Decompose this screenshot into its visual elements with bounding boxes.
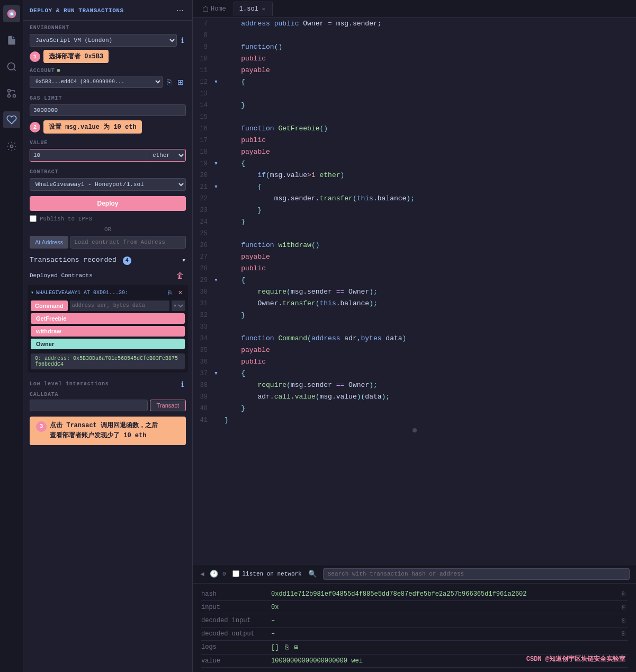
search-tx-input[interactable] [323, 568, 630, 580]
git-icon[interactable] [3, 85, 20, 102]
code-line-39: 39 adr.call.value(msg.value)(data); [193, 391, 636, 403]
tab-sol-close[interactable]: ✕ [261, 5, 267, 13]
account-select[interactable]: 0x5B3...eddC4 (89.9999999... [30, 76, 163, 88]
listen-row: listen on network [232, 570, 302, 577]
publish-checkbox[interactable] [30, 215, 37, 222]
watermark: CSDN @知道创宇区块链安全实验室 [526, 655, 625, 664]
deployed-contracts-row: Deployed Contracts 🗑 [23, 268, 192, 283]
calldata-input[interactable] [30, 400, 148, 411]
value-unit-select[interactable]: ether wei gwei finney [147, 149, 185, 161]
copy-instance-icon[interactable]: ⎘ [166, 288, 174, 297]
owner-label: Owner [36, 341, 54, 347]
copy-account-icon[interactable]: ⎘ [165, 77, 173, 87]
contract-select[interactable]: WhaleGiveaway1 - Honeypot/1.sol [30, 178, 186, 191]
transactions-badge: 4 [123, 257, 131, 265]
svg-point-2 [10, 13, 13, 15]
code-line-22: 22 msg.sender.transfer(this.balance); [193, 193, 636, 205]
command-dropdown[interactable]: ▾ [172, 300, 185, 311]
files-icon[interactable] [3, 32, 20, 49]
svg-point-6 [7, 95, 10, 98]
owner-output: 0: address: 0x5B38Da6a701c568545dCfcB03F… [31, 353, 185, 369]
owner-button[interactable]: Owner [31, 339, 185, 349]
copy-logs-icon[interactable]: ⎘ [285, 644, 289, 651]
low-level-label: Low level interactions [30, 381, 109, 387]
command-label: Command [35, 303, 64, 309]
tab-home[interactable]: Home [197, 2, 231, 16]
close-instance-icon[interactable]: ✕ [176, 288, 185, 297]
copy-decoded-input-icon[interactable]: ⎘ [620, 617, 628, 624]
settings-icon[interactable] [3, 138, 20, 155]
or-divider: OR [23, 224, 192, 235]
low-level-info-icon[interactable]: ℹ [179, 379, 186, 390]
svg-point-5 [7, 90, 10, 92]
tx-decoded-output-row: decoded output – ⎘ [201, 627, 628, 641]
search-icon[interactable] [3, 58, 20, 75]
tab-sol[interactable]: 1.sol ✕ [234, 2, 273, 16]
environment-info-icon[interactable]: ℹ [179, 35, 186, 46]
instance-collapse-icon[interactable]: ▾ [31, 289, 34, 296]
panel-menu-icon[interactable]: ⋯ [174, 5, 186, 16]
value-row: ether wei gwei finney [23, 148, 192, 165]
copy-hash-icon[interactable]: ⎘ [620, 590, 628, 598]
transact-button[interactable]: Transact [150, 400, 186, 411]
tab-home-label: Home [211, 5, 226, 13]
search-tx-icon[interactable]: 🔍 [308, 570, 317, 578]
code-line-38: 38 require(msg.sender == Owner); [193, 379, 636, 391]
decoded-output-label: decoded output [201, 630, 265, 638]
code-line-10: 10 public [193, 53, 636, 65]
contract-label: CONTRACT [23, 165, 192, 177]
transactions-text: Transactions recorded [30, 256, 117, 264]
code-line-9: 9 function() [193, 41, 636, 53]
tooltip2-box: 设置 msg.value 为 10 eth [43, 120, 142, 134]
tab-bar: Home 1.sol ✕ [193, 0, 636, 18]
command-button[interactable]: Command [31, 300, 68, 311]
copy-decoded-output-icon[interactable]: ⎘ [620, 630, 628, 638]
logs-value: [] ⎘ ⊞ [271, 643, 628, 651]
code-line-19: 19 ▾ { [193, 158, 636, 170]
code-line-29: 29 ▾ { [193, 275, 636, 286]
code-line-21: 21 ▾ { [193, 181, 636, 193]
hash-value: 0xdd11e712b981ef04855d4f885e5dd78e87edfe… [271, 590, 613, 598]
code-line-15: 15 [193, 111, 636, 123]
load-address-input[interactable] [70, 236, 186, 249]
getfreebie-button[interactable]: GetFreebie [31, 313, 185, 324]
plugin-icon[interactable] [3, 111, 20, 128]
code-editor[interactable]: 7 address public Owner = msg.sender; 8 9… [193, 18, 636, 564]
tooltip3-line2: 查看部署者账户发现少了 10 eth [50, 431, 158, 441]
chevron-down-icon: ▾ [182, 256, 186, 264]
listen-label: listen on network [243, 571, 302, 577]
tooltip1-box: 选择部署者 0x5B3 [43, 50, 109, 63]
tx-hash-row: hash 0xdd11e712b981ef04855d4f885e5dd78e8… [201, 588, 628, 601]
environment-select[interactable]: JavaScript VM (London) [30, 34, 177, 47]
listen-checkbox[interactable] [232, 570, 239, 577]
svg-point-4 [13, 95, 15, 98]
copy-input-icon[interactable]: ⎘ [620, 604, 628, 611]
gas-limit-input[interactable] [30, 104, 186, 116]
external-account-icon[interactable]: ⊞ [175, 77, 186, 87]
at-address-button[interactable]: At Address [30, 236, 68, 249]
deploy-panel: DEPLOY & RUN TRANSACTIONS ⋯ ENVIRONMENT … [23, 0, 193, 672]
decoded-output-value: – [271, 630, 613, 638]
home-tab-icon [202, 6, 209, 12]
code-line-23: 23 } [193, 205, 636, 216]
code-line-17: 17 public [193, 135, 636, 146]
logo-icon[interactable] [3, 5, 20, 22]
environment-row: JavaScript VM (London) ℹ [23, 33, 192, 50]
code-line-35: 35 payable [193, 344, 636, 356]
export-logs-icon[interactable]: ⊞ [294, 644, 298, 651]
command-input[interactable] [70, 300, 169, 311]
withdraw-label: withdraw [36, 328, 61, 334]
command-row: Command ▾ [31, 300, 185, 311]
value-input[interactable] [30, 149, 147, 161]
clock-icon[interactable]: 🕐 [210, 570, 218, 578]
transactions-label: Transactions recorded 4 [30, 256, 131, 265]
withdraw-button[interactable]: withdraw [31, 326, 185, 337]
account-section: ACCOUNT ⊕ [23, 67, 192, 75]
delete-contracts-icon[interactable]: 🗑 [174, 270, 186, 281]
deploy-button[interactable]: Deploy [30, 196, 186, 211]
transactions-row[interactable]: Transactions recorded 4 ▾ [23, 253, 192, 268]
icon-sidebar [0, 0, 23, 672]
code-line-27: 27 payable [193, 251, 636, 263]
scrollbar-thumb [193, 426, 636, 435]
nav-left-icon[interactable]: ◄ [199, 570, 205, 578]
